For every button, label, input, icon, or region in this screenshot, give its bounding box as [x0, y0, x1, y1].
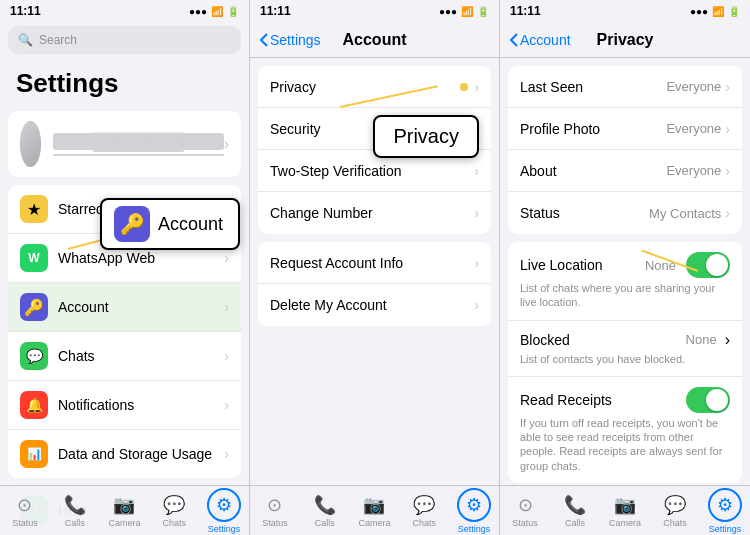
notifications-label: Notifications	[58, 397, 224, 413]
read-receipts-label: Read Receipts	[520, 392, 612, 408]
notifications-icon: 🔔	[20, 391, 48, 419]
request-info-item[interactable]: Request Account Info ›	[258, 242, 491, 284]
nav-header-right: Account Privacy	[500, 22, 750, 58]
status-value: My Contacts	[649, 206, 721, 221]
status-privacy-item[interactable]: Status My Contacts ›	[508, 192, 742, 234]
privacy-list-2: Live Location None List of chats where y…	[508, 242, 742, 483]
storage-icon: 📊	[20, 440, 48, 468]
middle-panel: 11:11 ●●● 📶 🔋 Settings Account Privacy ›…	[250, 0, 500, 535]
blocked-value: None	[686, 332, 717, 347]
tab-chats-mid[interactable]: 💬 Chats	[399, 494, 449, 528]
status-label: Status	[520, 205, 649, 221]
tab-chats-left[interactable]: 💬 Chats	[149, 494, 199, 528]
tab-settings-mid[interactable]: ⚙ Settings	[449, 488, 499, 534]
tab-settings-left[interactable]: ⚙ Settings	[199, 488, 249, 534]
avatar	[20, 121, 41, 167]
live-location-label: Live Location	[520, 257, 603, 273]
change-number-label: Change Number	[270, 205, 474, 221]
chats-label: Chats	[58, 348, 224, 364]
tab-status-mid[interactable]: ⊙ Status	[250, 494, 300, 528]
left-panel: 11:11 ●●● 📶 🔋 🔍 Search Settings ████████…	[0, 0, 250, 535]
about-label: About	[520, 163, 666, 179]
about-item[interactable]: About Everyone ›	[508, 150, 742, 192]
whatsapp-label: WhatsApp Web	[58, 250, 224, 266]
live-location-desc: List of chats where you are sharing your…	[520, 281, 730, 310]
request-info-label: Request Account Info	[270, 255, 474, 271]
read-receipts-item: Read Receipts If you turn off read recei…	[508, 377, 742, 483]
tab-status-left[interactable]: ⊙ Status	[0, 494, 50, 528]
status-bar-right: 11:11 ●●● 📶 🔋	[500, 0, 750, 22]
tab-calls-left[interactable]: 📞 Calls	[50, 494, 100, 528]
tab-calls-right[interactable]: 📞 Calls	[550, 494, 600, 528]
delete-account-item[interactable]: Delete My Account ›	[258, 284, 491, 326]
delete-account-label: Delete My Account	[270, 297, 474, 313]
about-value: Everyone	[666, 163, 721, 178]
search-bar-left[interactable]: 🔍 Search	[8, 26, 241, 54]
right-scroll: Last Seen Everyone › Profile Photo Every…	[500, 58, 750, 535]
privacy-callout: Privacy	[373, 115, 479, 158]
time-right: 11:11	[510, 4, 541, 18]
status-bar-middle: 11:11 ●●● 📶 🔋	[250, 0, 499, 22]
account-label: Account	[58, 299, 224, 315]
left-scroll: ████████ › ★ Starred Messages › W WhatsA…	[0, 103, 249, 535]
last-seen-value: Everyone	[666, 79, 721, 94]
nav-header-middle: Settings Account	[250, 22, 499, 58]
read-receipts-desc: If you turn off read receipts, you won't…	[520, 416, 730, 473]
profile-row[interactable]: ████████ ›	[8, 111, 241, 177]
settings-title: Settings	[0, 60, 249, 103]
tab-calls-mid[interactable]: 📞 Calls	[300, 494, 350, 528]
tab-camera-mid[interactable]: 📷 Camera	[350, 494, 400, 528]
profile-photo-value: Everyone	[666, 121, 721, 136]
tab-settings-right[interactable]: ⚙ Settings	[700, 488, 750, 534]
profile-photo-label: Profile Photo	[520, 121, 666, 137]
read-receipts-toggle[interactable]	[686, 387, 730, 413]
tab-camera-left[interactable]: 📷 Camera	[100, 494, 150, 528]
status-icons-left: ●●● 📶 🔋	[189, 6, 239, 17]
back-button-middle[interactable]: Settings	[260, 32, 321, 48]
storage-item[interactable]: 📊 Data and Storage Usage ›	[8, 430, 241, 478]
nav-title-right: Privacy	[597, 31, 654, 49]
storage-label: Data and Storage Usage	[58, 446, 224, 462]
right-panel: 11:11 ●●● 📶 🔋 Account Privacy Last Seen …	[500, 0, 750, 535]
profile-chevron: ›	[224, 135, 229, 153]
last-seen-item[interactable]: Last Seen Everyone ›	[508, 66, 742, 108]
live-location-toggle[interactable]	[686, 252, 730, 278]
back-label-middle: Settings	[270, 32, 321, 48]
live-location-item: Live Location None List of chats where y…	[508, 242, 742, 321]
two-step-label: Two-Step Verification	[270, 163, 474, 179]
last-seen-label: Last Seen	[520, 79, 666, 95]
nav-title-middle: Account	[343, 31, 407, 49]
blocked-desc: List of contacts you have blocked.	[520, 352, 730, 366]
tab-bar-left: ⊙ Status 📞 Calls 📷 Camera 💬 Chats ⚙ Sett…	[0, 485, 249, 535]
search-placeholder-left: Search	[39, 33, 77, 47]
account-item[interactable]: 🔑 Account ›	[8, 283, 241, 332]
tab-status-right[interactable]: ⊙ Status	[500, 494, 550, 528]
back-label-right: Account	[520, 32, 571, 48]
callout-account-icon: 🔑	[114, 206, 150, 242]
chats-item[interactable]: 💬 Chats ›	[8, 332, 241, 381]
notifications-item[interactable]: 🔔 Notifications ›	[8, 381, 241, 430]
privacy-list-1: Last Seen Everyone › Profile Photo Every…	[508, 66, 742, 234]
tab-chats-right[interactable]: 💬 Chats	[650, 494, 700, 528]
tab-camera-right[interactable]: 📷 Camera	[600, 494, 650, 528]
status-icons-middle: ●●● 📶 🔋	[439, 6, 489, 17]
privacy-item[interactable]: Privacy ›	[258, 66, 491, 108]
account-icon: 🔑	[20, 293, 48, 321]
privacy-callout-label: Privacy	[393, 125, 459, 147]
back-button-right[interactable]: Account	[510, 32, 571, 48]
privacy-dot	[460, 83, 468, 91]
profile-sub	[53, 154, 224, 156]
status-icons-right: ●●● 📶 🔋	[690, 6, 740, 17]
blocked-item[interactable]: Blocked None › List of contacts you have…	[508, 321, 742, 377]
tab-bar-right: ⊙ Status 📞 Calls 📷 Camera 💬 Chats ⚙ Sett…	[500, 485, 750, 535]
search-icon-left: 🔍	[18, 33, 33, 47]
status-bar-left: 11:11 ●●● 📶 🔋	[0, 0, 249, 22]
profile-name: ████████	[53, 133, 224, 151]
whatsapp-icon: W	[20, 244, 48, 272]
blocked-label: Blocked	[520, 332, 570, 348]
change-number-item[interactable]: Change Number ›	[258, 192, 491, 234]
account-callout: 🔑 Account	[100, 198, 240, 250]
profile-photo-item[interactable]: Profile Photo Everyone ›	[508, 108, 742, 150]
account-settings-list-2: Request Account Info › Delete My Account…	[258, 242, 491, 326]
callout-account-label: Account	[158, 214, 223, 235]
